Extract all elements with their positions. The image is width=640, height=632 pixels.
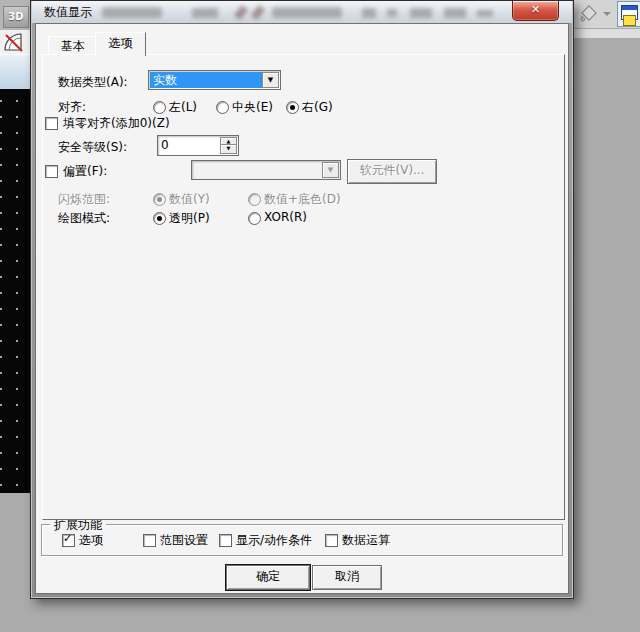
- numeric-display-dialog: 数值显示 ✕ 基本 选项 数据类型(A): 实数 ▼ 对齐: 左(L): [30, 0, 574, 599]
- tab-options[interactable]: 选项: [95, 32, 146, 56]
- radio-flash-value-bg: [248, 193, 261, 206]
- titlebar-glass-blur: [102, 7, 162, 18]
- titlebar-glass-blur: [444, 8, 466, 18]
- ok-button[interactable]: 确定: [226, 565, 310, 590]
- titlebar-glass-blur: [234, 5, 248, 20]
- screen: 3D: [0, 0, 640, 632]
- sector-tool-icon: [0, 31, 31, 53]
- titlebar-glass-blur: [272, 7, 342, 18]
- spin-down-icon[interactable]: ▼: [220, 144, 237, 154]
- drawing-canvas[interactable]: [0, 89, 33, 493]
- tab-basic[interactable]: 基本: [48, 36, 98, 55]
- radio-align-left-label[interactable]: 左(L): [169, 99, 197, 116]
- offset-combo-value: [193, 162, 323, 178]
- radio-draw-transparent-label[interactable]: 透明(P): [169, 210, 210, 227]
- dialog-title: 数值显示: [44, 4, 92, 21]
- ext-range-label[interactable]: 范围设置: [160, 532, 208, 549]
- ext-trigger-checkbox[interactable]: [219, 534, 232, 547]
- offset-label[interactable]: 偏置(F):: [63, 163, 107, 180]
- ext-range-checkbox[interactable]: [143, 534, 156, 547]
- radio-align-center-label[interactable]: 中央(E): [232, 99, 273, 116]
- titlebar-glass-blur: [192, 8, 218, 18]
- data-type-label: 数据类型(A):: [58, 74, 128, 91]
- ext-operation-label[interactable]: 数据运算: [342, 532, 390, 549]
- close-icon: ✕: [531, 3, 540, 16]
- radio-flash-value-label: 数值(Y): [169, 191, 210, 208]
- fill-color-dropdown-icon[interactable]: [603, 12, 611, 20]
- toolbar-lower-strip: [572, 29, 640, 38]
- data-type-combobox[interactable]: 实数 ▼: [148, 70, 281, 90]
- window-preview-button[interactable]: [617, 1, 640, 27]
- data-type-value: 实数: [150, 72, 263, 88]
- titlebar-glass-blur: [387, 9, 397, 17]
- offset-combobox: ▼: [191, 160, 341, 180]
- offset-checkbox[interactable]: [45, 165, 58, 178]
- device-button: 软元件(V)...: [347, 159, 437, 184]
- 3d-view-button[interactable]: 3D: [3, 6, 29, 28]
- radio-draw-xor-label[interactable]: XOR(R): [264, 210, 307, 224]
- check-icon: ✓: [63, 532, 72, 545]
- titlebar-glass-blur: [251, 5, 265, 20]
- radio-align-center[interactable]: [216, 101, 229, 114]
- radio-align-left[interactable]: [153, 101, 166, 114]
- align-label: 对齐:: [58, 99, 86, 116]
- fill-color-icon[interactable]: [578, 4, 600, 24]
- radio-flash-value: [153, 193, 166, 206]
- zero-fill-checkbox[interactable]: [45, 117, 58, 130]
- radio-draw-transparent[interactable]: [153, 212, 166, 225]
- combo-arrow-icon: ▼: [322, 162, 339, 178]
- radio-align-right[interactable]: [286, 101, 299, 114]
- ext-options-label[interactable]: 选项: [79, 532, 103, 549]
- zero-fill-label[interactable]: 填零对齐(添加0)(Z): [63, 115, 170, 132]
- ext-options-checkbox[interactable]: ✓: [62, 534, 75, 547]
- canvas-header-panel: [0, 54, 33, 90]
- draw-mode-label: 绘图模式:: [58, 210, 110, 227]
- security-level-label: 安全等级(S):: [58, 139, 127, 156]
- options-tab-page: 数据类型(A): 实数 ▼ 对齐: 左(L) 中央(E) 右(G) 填零对齐(添…: [42, 54, 565, 520]
- close-button[interactable]: ✕: [512, 1, 559, 21]
- window-preview-icon: [621, 5, 638, 20]
- ext-operation-checkbox[interactable]: [325, 534, 338, 547]
- radio-draw-xor[interactable]: [248, 212, 261, 225]
- titlebar-glass-blur: [410, 8, 432, 18]
- radio-flash-value-bg-label: 数值+底色(D): [264, 191, 341, 208]
- dialog-body: 基本 选项 数据类型(A): 实数 ▼ 对齐: 左(L) 中央(E) 右(G): [35, 23, 569, 594]
- flash-range-label: 闪烁范围:: [58, 191, 110, 208]
- titlebar-glass-blur: [362, 8, 376, 18]
- extended-functions-group: 扩展功能 ✓ 选项 范围设置 显示/动作条件 数据运算: [41, 524, 563, 556]
- combo-arrow-icon[interactable]: ▼: [262, 72, 279, 88]
- security-level-value: 0: [161, 137, 169, 153]
- sector-tool-button[interactable]: [0, 30, 32, 54]
- titlebar-glass-blur: [477, 10, 493, 17]
- dialog-titlebar[interactable]: 数值显示 ✕: [32, 1, 572, 23]
- ext-trigger-label[interactable]: 显示/动作条件: [236, 532, 312, 549]
- security-level-spinner[interactable]: 0 ▲ ▼: [157, 135, 239, 156]
- radio-align-right-label[interactable]: 右(G): [302, 99, 333, 116]
- cancel-button[interactable]: 取消: [312, 565, 382, 590]
